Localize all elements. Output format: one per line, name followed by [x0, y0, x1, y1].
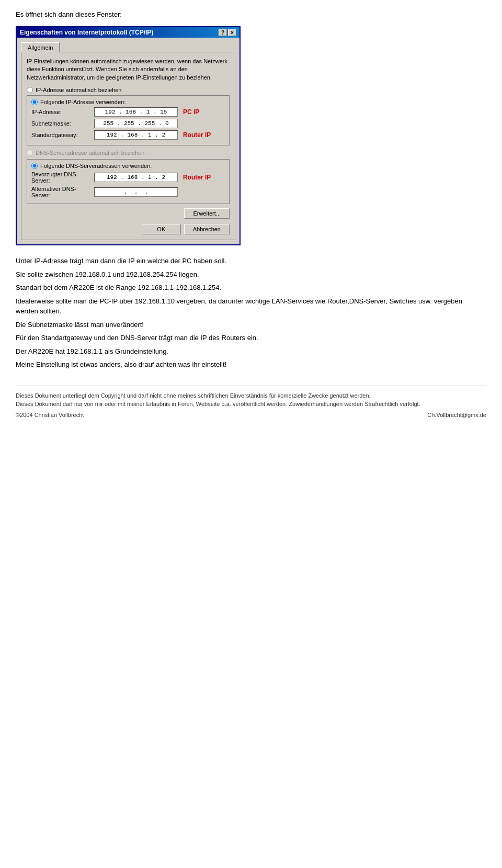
gateway-label: Standardgateway:	[31, 132, 94, 138]
titlebar-buttons: ? ×	[219, 29, 236, 36]
body-p5: Die Subnetzmaske lässt man unverändert!	[16, 320, 486, 330]
tab-row: Allgemein	[21, 42, 235, 52]
footer: Dieses Dokument unterliegt dem Copyright…	[16, 386, 486, 420]
info-block: IP-Einstellungen können automatisch zuge…	[27, 58, 230, 82]
radio-auto-dns[interactable]	[27, 150, 33, 156]
router-ip-annotation-2: Router IP	[183, 174, 211, 181]
footer-line2: Dieses Dokument darf nur von mir oder mi…	[16, 400, 486, 409]
subnet-field	[94, 119, 178, 128]
footer-email: Ch.Vollbrecht@gmx.de	[427, 411, 486, 420]
dns-field-group: Folgende DNS-Serveradressen verwenden: B…	[27, 159, 230, 204]
dialog-buttons: OK Abbrechen	[27, 224, 230, 234]
body-p4: Idealerweise sollte man die PC-IP über 1…	[16, 296, 486, 317]
gateway-row: Standardgateway: Router IP	[31, 130, 225, 140]
dns-alt-input[interactable]	[94, 187, 178, 197]
dialog-box: Eigenschaften von Internetprotokoll (TCP…	[16, 26, 241, 245]
body-p7: Der AR220E hat 192.168.1.1 als Grundeins…	[16, 346, 486, 357]
dialog-titlebar: Eigenschaften von Internetprotokoll (TCP…	[17, 27, 239, 38]
router-ip-annotation-1: Router IP	[183, 131, 211, 139]
gateway-input[interactable]	[94, 130, 178, 140]
footer-line1: Dieses Dokument unterliegt dem Copyright…	[16, 391, 486, 400]
subnet-row: Subnetzmaske:	[31, 119, 225, 128]
dns-preferred-input[interactable]	[94, 173, 178, 182]
radio-manual-dns[interactable]	[31, 163, 38, 169]
help-button[interactable]: ?	[219, 29, 227, 36]
dns-manual-radio-row: Folgende DNS-Serveradressen verwenden:	[31, 163, 225, 169]
ip-address-field: PC IP	[94, 107, 199, 117]
dialog-title: Eigenschaften von Internetprotokoll (TCP…	[20, 29, 153, 36]
info-text: IP-Einstellungen können automatisch zuge…	[27, 58, 227, 81]
pc-ip-annotation: PC IP	[183, 108, 199, 116]
ip-address-input[interactable]	[94, 107, 178, 117]
body-text-section: Unter IP-Adresse trägt man dann die IP e…	[16, 256, 486, 370]
dns-auto-label: DNS-Serveradresse automatisch beziehen	[36, 150, 145, 156]
body-p3: Standart bei dem AR220E ist die Range 19…	[16, 283, 486, 293]
advanced-btn-row: Erweitert...	[27, 208, 230, 219]
radio-manual-ip-label: Folgende IP-Adresse verwenden:	[40, 99, 126, 105]
footer-copyright: ©2004 Christian Vollbrecht	[16, 411, 84, 420]
dialog-body: Allgemein IP-Einstellungen können automa…	[17, 38, 239, 244]
body-p2: Sie sollte zwischen 192.168.0.1 und 192.…	[16, 269, 486, 280]
body-p6: Für den Standartgateway und den DNS-Serv…	[16, 333, 486, 343]
close-button[interactable]: ×	[228, 29, 236, 36]
dns-alt-row: Alternativer DNS-Server:	[31, 186, 225, 198]
ip-field-group: Folgende IP-Adresse verwenden: IP-Adress…	[27, 95, 230, 145]
dns-alt-field	[94, 187, 178, 197]
body-p1: Unter IP-Adresse trägt man dann die IP e…	[16, 256, 486, 266]
dns-manual-label: Folgende DNS-Serveradressen verwenden:	[40, 163, 152, 169]
body-p8: Meine Einstellung ist etwas anders, also…	[16, 359, 486, 370]
radio-auto-ip-row: IP-Adresse automatisch beziehen	[27, 87, 230, 93]
dialog-wrapper: Eigenschaften von Internetprotokoll (TCP…	[16, 26, 486, 245]
dns-alt-label: Alternativer DNS-Server:	[31, 186, 94, 198]
subnet-label: Subnetzmaske:	[31, 120, 94, 127]
ok-button[interactable]: OK	[142, 224, 181, 234]
radio-auto-ip-label: IP-Adresse automatisch beziehen	[36, 87, 121, 93]
gateway-field: Router IP	[94, 130, 211, 140]
tab-content: IP-Einstellungen können automatisch zuge…	[21, 52, 235, 240]
dns-preferred-label: Bevorzugter DNS-Server:	[31, 171, 94, 184]
footer-bottom: ©2004 Christian Vollbrecht Ch.Vollbrecht…	[16, 411, 486, 420]
dns-preferred-field: Router IP	[94, 173, 211, 182]
ip-address-row: IP-Adresse: PC IP	[31, 107, 225, 117]
dns-preferred-row: Bevorzugter DNS-Server: Router IP	[31, 171, 225, 184]
ip-address-label: IP-Adresse:	[31, 109, 94, 115]
intro-text: Es öffnet sich dann dieses Fenster:	[16, 10, 486, 18]
radio-auto-ip[interactable]	[27, 87, 33, 93]
advanced-button[interactable]: Erweitert...	[184, 208, 230, 219]
dns-auto-radio-row: DNS-Serveradresse automatisch beziehen	[27, 150, 230, 156]
tab-allgemein[interactable]: Allgemein	[21, 42, 60, 52]
subnet-input[interactable]	[94, 119, 178, 128]
radio-manual-ip[interactable]	[31, 99, 38, 105]
cancel-button[interactable]: Abbrechen	[184, 224, 230, 234]
radio-manual-ip-row: Folgende IP-Adresse verwenden:	[31, 99, 225, 105]
